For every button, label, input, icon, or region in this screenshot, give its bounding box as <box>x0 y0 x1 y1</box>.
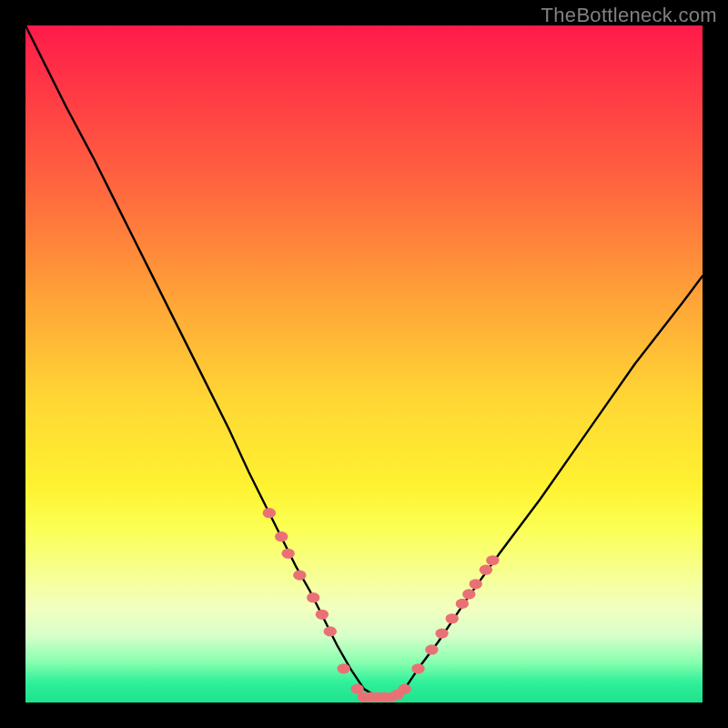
data-dot <box>470 579 482 589</box>
bottleneck-curve <box>25 25 703 697</box>
data-dots <box>263 508 500 703</box>
data-dot <box>425 644 438 654</box>
data-dot <box>293 571 306 581</box>
data-dot <box>263 508 276 518</box>
watermark-text: TheBottleneck.com <box>541 4 717 27</box>
data-dot <box>398 684 410 694</box>
data-dot <box>446 613 459 623</box>
data-dot <box>324 626 337 636</box>
chart-frame: TheBottleneck.com <box>0 0 728 728</box>
curve-layer <box>25 25 703 703</box>
data-dot <box>281 549 294 559</box>
data-dot <box>316 610 329 620</box>
data-dot <box>456 599 469 609</box>
plot-area <box>25 25 703 703</box>
data-dot <box>480 565 492 575</box>
data-dot <box>307 592 319 602</box>
data-dot <box>337 663 349 673</box>
data-dot <box>435 629 448 639</box>
data-dot <box>275 531 288 541</box>
data-dot <box>486 555 499 565</box>
data-dot <box>462 589 475 599</box>
data-dot <box>411 663 424 673</box>
